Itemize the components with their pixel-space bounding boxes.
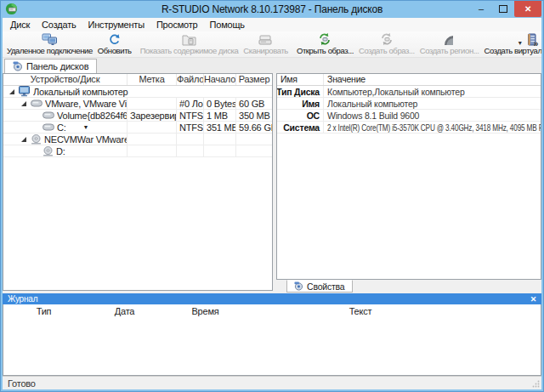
menu-create[interactable]: Создать <box>36 18 82 31</box>
properties-table-header: Имя Значение <box>277 74 541 86</box>
property-name: Система <box>277 122 324 133</box>
open-image-button[interactable]: Открыть образ... <box>294 31 356 57</box>
cell-filesystem: #0 Ло... <box>177 98 204 109</box>
cell-size <box>236 134 272 145</box>
column-header-start[interactable]: Начало <box>204 74 236 85</box>
device-name: NECVMWar VMware SAT... <box>44 134 127 145</box>
property-row-name[interactable]: Имя Локальный компьютер <box>277 98 541 110</box>
remote-connection-button[interactable]: Удаленное подключение <box>4 31 95 57</box>
cell-size: 59.66 GB <box>236 122 272 133</box>
property-row-disk-type[interactable]: Тип Диска Компьютер,Локальный компьютер <box>277 86 541 98</box>
property-name: Тип Диска <box>277 86 324 97</box>
log-close-icon[interactable]: ✕ <box>530 295 536 304</box>
client-area: Диск Создать Инструменты Просмотр Помощь… <box>3 18 541 388</box>
main-area: Устройство/Диск Метка Файловая система Н… <box>3 73 541 293</box>
log-header: Журнал ✕ <box>3 293 541 304</box>
toolbar-overflow-arrow[interactable]: ▾ <box>518 39 522 48</box>
cell-label <box>128 145 177 156</box>
column-header-filesystem[interactable]: Файловая система <box>177 74 204 85</box>
cell-start <box>204 145 236 156</box>
computer-icon <box>19 86 31 97</box>
scan-button[interactable]: Сканировать <box>241 31 291 57</box>
tab-strip: Панель дисков <box>3 58 541 73</box>
toolbar-more-chevron[interactable]: » <box>534 39 538 48</box>
tab-properties[interactable]: Свойства <box>286 280 353 293</box>
column-header-text[interactable]: Текст <box>246 306 475 316</box>
log-panel: Журнал ✕ Тип Дата Время Текст <box>3 293 541 376</box>
close-button[interactable]: ✕ <box>514 1 541 17</box>
drive-panel-tab-icon <box>13 61 23 71</box>
expander-icon[interactable] <box>20 136 27 143</box>
device-table-header: Устройство/Диск Метка Файловая система Н… <box>3 74 272 86</box>
tree-row-volume[interactable]: Volume{db8264f6-32ж Зарезервиров... NTFS… <box>3 110 272 122</box>
cell-size <box>236 145 272 156</box>
tree-row-cdrom-device[interactable]: NECVMWar VMware SAT... <box>3 134 272 145</box>
column-header-date[interactable]: Дата <box>84 306 165 316</box>
tab-label: Свойства <box>307 281 345 292</box>
tree-row-c-drive[interactable]: C: ▼ NTFS 351 MB 59.66 GB <box>3 122 272 134</box>
toolbar-button-label: Удаленное подключение <box>7 46 93 55</box>
minimize-button[interactable]: – <box>470 1 492 16</box>
cell-filesystem: NTFS <box>177 122 204 133</box>
menu-disk[interactable]: Диск <box>4 18 36 31</box>
device-name: VMware, VMware Virtual... <box>45 99 127 109</box>
create-region-button[interactable]: Создать регион... <box>417 31 482 57</box>
refresh-button[interactable]: Обновить <box>95 31 134 57</box>
cell-label <box>128 134 177 145</box>
resize-grip-icon[interactable] <box>532 380 540 388</box>
property-name: Имя <box>277 98 324 109</box>
property-name: ОС <box>277 110 324 121</box>
cell-start: 0 Bytes <box>204 98 236 109</box>
expander-icon[interactable] <box>8 88 15 95</box>
app-window: R-STUDIO Network 8.10.173987 - Панель ди… <box>0 0 544 392</box>
properties-tab-row: Свойства <box>276 280 541 293</box>
property-row-system[interactable]: Система 2 x Intel(R) Core(TM) i5-3570K C… <box>277 122 541 134</box>
tree-row-vmware-disk[interactable]: VMware, VMware Virtual... #0 Ло... 0 Byt… <box>3 98 272 110</box>
create-image-icon <box>380 32 394 46</box>
tree-row-d-drive[interactable]: D: <box>3 145 272 157</box>
cell-filesystem: NTFS <box>177 110 204 121</box>
create-image-button[interactable]: Создать образ... <box>356 31 417 57</box>
scan-icon <box>258 32 273 46</box>
tree-row-local-computer[interactable]: Локальный компьютер <box>3 86 272 98</box>
drive-dropdown-caret[interactable]: ▼ <box>83 124 89 130</box>
menu-view[interactable]: Просмотр <box>150 18 204 31</box>
properties-tab-icon <box>294 281 303 291</box>
cdrom-icon <box>31 134 42 145</box>
create-region-icon <box>443 32 456 46</box>
cell-start <box>204 134 236 145</box>
cell-label <box>128 98 177 109</box>
window-title: R-STUDIO Network 8.10.173987 - Панель ди… <box>1 3 543 15</box>
log-title: Журнал <box>8 294 37 304</box>
property-value: Windows 8.1 Build 9600 <box>324 111 541 121</box>
properties-panel: Имя Значение Тип Диска Компьютер,Локальн… <box>276 73 541 280</box>
column-header-name[interactable]: Имя <box>277 74 324 85</box>
hdd-icon <box>42 111 54 119</box>
toolbar-button-label: Показать содержимое диска <box>140 46 239 55</box>
show-disk-content-icon <box>182 32 196 46</box>
tab-label: Панель дисков <box>26 61 88 71</box>
show-disk-content-button[interactable]: Показать содержимое диска <box>138 31 241 57</box>
menu-tools[interactable]: Инструменты <box>82 18 150 31</box>
cell-filesystem <box>177 134 204 145</box>
toolbar-button-label: Создать образ... <box>359 46 415 55</box>
property-value: Локальный компьютер <box>324 99 541 109</box>
maximize-button[interactable] <box>492 1 514 16</box>
column-header-time[interactable]: Время <box>165 306 246 316</box>
property-row-os[interactable]: ОС Windows 8.1 Build 9600 <box>277 110 541 122</box>
column-header-value[interactable]: Значение <box>324 74 541 85</box>
column-header-size[interactable]: Размер <box>236 74 272 85</box>
device-name: D: <box>56 146 65 156</box>
cell-size: 60 GB <box>236 98 272 109</box>
status-text: Готово <box>8 378 36 389</box>
column-header-label[interactable]: Метка <box>128 74 177 85</box>
hdd-icon <box>42 123 54 131</box>
toolbar-button-label: Создать регион... <box>420 46 479 55</box>
column-header-device[interactable]: Устройство/Диск <box>3 74 128 85</box>
cell-label <box>128 122 177 133</box>
cell-size: 350 MB <box>236 110 272 121</box>
tab-drive-panel[interactable]: Панель дисков <box>4 59 97 73</box>
column-header-type[interactable]: Тип <box>3 306 84 316</box>
expander-icon[interactable] <box>20 100 27 107</box>
menu-help[interactable]: Помощь <box>204 18 251 31</box>
